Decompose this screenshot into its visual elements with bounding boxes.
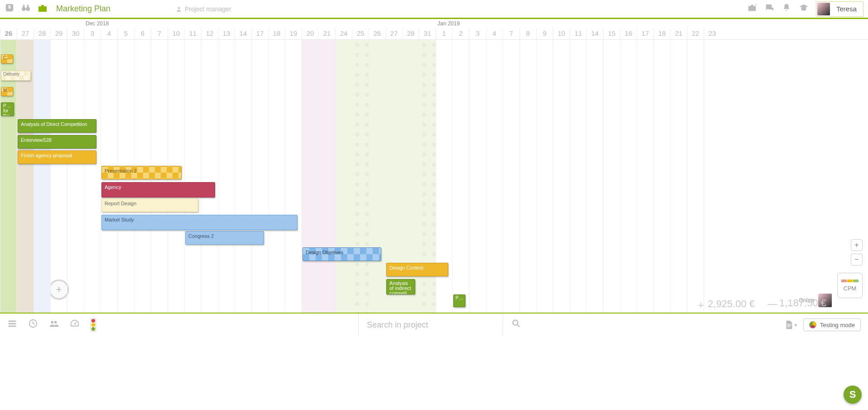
day-header-cell[interactable]: 26 bbox=[0, 28, 17, 39]
task-bar[interactable]: Analysis of indirect competition bbox=[386, 279, 415, 294]
task-bar[interactable]: Presentation 2 bbox=[101, 166, 182, 179]
day-header-cell[interactable]: 10 bbox=[553, 28, 570, 39]
day-header-cell[interactable]: 8 bbox=[519, 28, 536, 39]
day-header-cell[interactable]: 7 bbox=[151, 28, 168, 39]
task-bar[interactable]: Agency bbox=[101, 182, 215, 198]
day-column[interactable] bbox=[570, 40, 586, 313]
day-column[interactable] bbox=[318, 40, 335, 313]
day-column[interactable] bbox=[352, 40, 369, 313]
day-column[interactable] bbox=[536, 40, 553, 313]
day-header-cell[interactable]: 16 bbox=[620, 28, 637, 39]
day-column[interactable] bbox=[553, 40, 570, 313]
day-header-cell[interactable]: 21 bbox=[318, 28, 335, 39]
day-header-cell[interactable]: 15 bbox=[603, 28, 620, 39]
day-header-cell[interactable]: 17 bbox=[637, 28, 653, 39]
day-header-cell[interactable]: 25 bbox=[352, 28, 369, 39]
bell-icon[interactable] bbox=[782, 3, 791, 15]
day-column[interactable] bbox=[17, 40, 34, 313]
clock-icon[interactable] bbox=[28, 318, 38, 331]
day-header-cell[interactable]: 18 bbox=[268, 28, 285, 39]
day-header-cell[interactable]: 22 bbox=[687, 28, 704, 39]
binoculars-icon[interactable] bbox=[21, 3, 31, 15]
day-column[interactable] bbox=[670, 40, 687, 313]
day-header-cell[interactable]: 13 bbox=[218, 28, 235, 39]
day-column[interactable] bbox=[285, 40, 302, 313]
day-header-cell[interactable]: 24 bbox=[335, 28, 352, 39]
day-header-cell[interactable]: 20 bbox=[302, 28, 318, 39]
day-column[interactable] bbox=[335, 40, 352, 313]
day-column[interactable] bbox=[34, 40, 50, 313]
logo-icon[interactable] bbox=[5, 3, 14, 15]
day-column[interactable] bbox=[637, 40, 653, 313]
day-header-cell[interactable]: 4 bbox=[486, 28, 503, 39]
day-column[interactable] bbox=[486, 40, 503, 313]
day-header-cell[interactable]: 28 bbox=[34, 28, 50, 39]
day-header-cell[interactable]: 27 bbox=[17, 28, 34, 39]
day-header-cell[interactable]: 3 bbox=[84, 28, 101, 39]
traffic-light-icon[interactable] bbox=[91, 318, 96, 332]
day-header-cell[interactable]: 14 bbox=[235, 28, 251, 39]
day-header-cell[interactable]: 29 bbox=[50, 28, 67, 39]
day-column[interactable] bbox=[201, 40, 218, 313]
day-header-cell[interactable]: 1 bbox=[436, 28, 452, 39]
task-bar[interactable]: Pre... bbox=[453, 294, 465, 307]
search-icon[interactable] bbox=[511, 318, 521, 331]
day-header-cell[interactable]: 23 bbox=[704, 28, 720, 39]
day-column[interactable] bbox=[519, 40, 536, 313]
task-bar[interactable]: Report Design bbox=[101, 198, 198, 212]
day-column[interactable] bbox=[302, 40, 318, 313]
task-bar[interactable]: Design Objetives bbox=[302, 247, 381, 261]
day-header-cell[interactable]: 17 bbox=[251, 28, 268, 39]
day-header-cell[interactable]: 27 bbox=[385, 28, 402, 39]
day-header-cell[interactable]: 3 bbox=[469, 28, 486, 39]
day-header-cell[interactable]: 5 bbox=[117, 28, 134, 39]
day-header-cell[interactable]: 11 bbox=[184, 28, 201, 39]
graduation-icon[interactable] bbox=[799, 3, 809, 15]
day-column[interactable] bbox=[452, 40, 469, 313]
task-bar[interactable]: Analysis of Direct Competition bbox=[18, 119, 96, 133]
day-column[interactable] bbox=[653, 40, 670, 313]
day-column[interactable] bbox=[687, 40, 704, 313]
project-manager-label[interactable]: Project manager bbox=[176, 5, 231, 13]
task-bar[interactable]: Finish agency proposal bbox=[18, 150, 96, 164]
team-icon[interactable] bbox=[49, 318, 59, 331]
day-column[interactable] bbox=[84, 40, 101, 313]
testing-mode-button[interactable]: Testing mode bbox=[803, 318, 861, 331]
day-header-cell[interactable]: 4 bbox=[101, 28, 117, 39]
day-header-cell[interactable]: 2 bbox=[452, 28, 469, 39]
day-header-cell[interactable]: 21 bbox=[670, 28, 687, 39]
day-column[interactable] bbox=[620, 40, 637, 313]
task-bar[interactable]: Co... bbox=[1, 54, 13, 63]
day-header-cell[interactable]: 12 bbox=[201, 28, 218, 39]
day-header-cell[interactable]: 19 bbox=[285, 28, 302, 39]
day-column[interactable] bbox=[704, 40, 720, 313]
day-column[interactable] bbox=[67, 40, 84, 313]
dashboard-icon[interactable] bbox=[70, 318, 80, 331]
day-header-cell[interactable]: 30 bbox=[67, 28, 84, 39]
day-column[interactable] bbox=[251, 40, 268, 313]
day-header-cell[interactable]: 28 bbox=[402, 28, 419, 39]
day-header-cell[interactable]: 31 bbox=[419, 28, 436, 39]
day-column[interactable] bbox=[268, 40, 285, 313]
day-column[interactable] bbox=[184, 40, 201, 313]
day-column[interactable] bbox=[218, 40, 235, 313]
document-menu-icon[interactable]: ▾ bbox=[784, 320, 797, 330]
task-bar[interactable]: Me... bbox=[1, 87, 13, 96]
zoom-out-button[interactable]: − bbox=[851, 254, 863, 265]
task-bar[interactable]: Pre... for the bbox=[1, 102, 14, 116]
day-column[interactable] bbox=[235, 40, 251, 313]
day-column[interactable] bbox=[469, 40, 486, 313]
day-column[interactable] bbox=[603, 40, 620, 313]
chat-icon[interactable] bbox=[764, 3, 774, 15]
day-column[interactable] bbox=[369, 40, 385, 313]
cpm-button[interactable]: CPM bbox=[837, 273, 863, 298]
day-header-cell[interactable]: 14 bbox=[586, 28, 603, 39]
day-header-cell[interactable]: 6 bbox=[134, 28, 151, 39]
search-input[interactable] bbox=[367, 320, 494, 330]
day-column[interactable] bbox=[503, 40, 519, 313]
zoom-in-button[interactable]: + bbox=[851, 239, 863, 251]
add-project-icon[interactable]: + bbox=[747, 3, 757, 15]
day-header-cell[interactable]: 18 bbox=[653, 28, 670, 39]
day-header-cell[interactable]: 7 bbox=[503, 28, 519, 39]
day-header-cell[interactable]: 11 bbox=[570, 28, 586, 39]
